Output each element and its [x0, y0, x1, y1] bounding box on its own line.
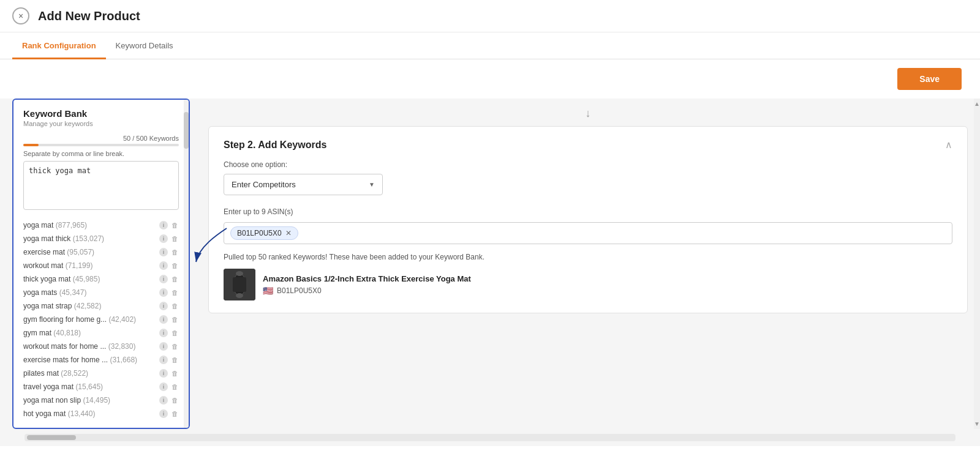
keyword-progress-bar	[23, 144, 179, 146]
delete-icon[interactable]: 🗑	[170, 288, 179, 297]
scroll-up-button[interactable]: ▲	[974, 99, 980, 109]
info-icon[interactable]: i	[159, 382, 168, 391]
info-icon[interactable]: i	[159, 342, 168, 351]
keyword-list-item: exercise mat (95,057) i 🗑	[13, 245, 189, 259]
delete-icon[interactable]: 🗑	[170, 261, 179, 270]
info-icon[interactable]: i	[159, 261, 168, 270]
keyword-count-bar: 50 / 500 Keywords	[13, 132, 189, 150]
delete-icon[interactable]: 🗑	[170, 302, 179, 310]
keyword-actions: i 🗑	[159, 234, 179, 243]
right-panel: ↓ Step 2. Add Keywords ∧ Choose one opti…	[208, 99, 980, 429]
keyword-name: yoga mat thick (153,027)	[23, 234, 159, 243]
keyword-actions: i 🗑	[159, 382, 179, 391]
keyword-count-text: 50 / 500 Keywords	[23, 135, 179, 142]
product-asin: B01LP0U5X0	[277, 286, 322, 295]
info-icon[interactable]: i	[159, 234, 168, 243]
product-result: Amazon Basics 1/2-Inch Extra Thick Exerc…	[224, 269, 952, 300]
keyword-actions: i 🗑	[159, 329, 179, 337]
product-image	[224, 269, 255, 300]
info-icon[interactable]: i	[159, 302, 168, 310]
save-button-container: Save	[0, 59, 980, 99]
keyword-actions: i 🗑	[159, 261, 179, 270]
keyword-name: exercise mats for home ... (31,668)	[23, 356, 159, 364]
keyword-name: yoga mat (877,965)	[23, 221, 159, 229]
step2-collapse-button[interactable]: ∧	[945, 139, 952, 151]
keyword-actions: i 🗑	[159, 315, 179, 324]
delete-icon[interactable]: 🗑	[170, 409, 179, 418]
delete-icon[interactable]: 🗑	[170, 275, 179, 283]
modal-header: × Add New Product	[0, 0, 980, 32]
keyword-list-item: travel yoga mat (15,645) i 🗑	[13, 380, 189, 394]
keyword-bank-subtitle: Manage your keywords	[23, 120, 179, 127]
info-icon[interactable]: i	[159, 275, 168, 283]
right-scrollbar[interactable]: ▲ ▼	[974, 99, 980, 429]
svg-rect-5	[233, 277, 246, 292]
info-icon[interactable]: i	[159, 221, 168, 229]
delete-icon[interactable]: 🗑	[170, 221, 179, 229]
delete-icon[interactable]: 🗑	[170, 329, 179, 337]
bottom-scrollbar[interactable]	[24, 434, 956, 441]
asin-input-row[interactable]: B01LP0U5X0 ✕	[224, 222, 952, 244]
info-icon[interactable]: i	[159, 329, 168, 337]
delete-icon[interactable]: 🗑	[170, 382, 179, 391]
tab-rank-configuration[interactable]: Rank Configuration	[12, 32, 106, 59]
info-icon[interactable]: i	[159, 248, 168, 256]
enter-competitors-dropdown[interactable]: Enter Competitors ▼	[224, 174, 383, 195]
keyword-bank-panel: Keyword Bank Manage your keywords 50 / 5…	[12, 99, 190, 429]
delete-icon[interactable]: 🗑	[170, 342, 179, 351]
info-icon[interactable]: i	[159, 356, 168, 364]
svg-point-3	[236, 271, 243, 276]
delete-icon[interactable]: 🗑	[170, 234, 179, 243]
delete-icon[interactable]: 🗑	[170, 356, 179, 364]
keyword-name: travel yoga mat (15,645)	[23, 382, 159, 391]
keyword-textarea[interactable]: thick yoga mat	[23, 161, 179, 210]
keyword-list-item: yoga mats (45,347) i 🗑	[13, 286, 189, 299]
info-icon[interactable]: i	[159, 315, 168, 324]
keyword-progress-fill	[23, 144, 39, 146]
modal-title: Add New Product	[38, 9, 140, 23]
step2-title: Step 2. Add Keywords	[224, 140, 326, 151]
keyword-list-item: yoga mat strap (42,582) i 🗑	[13, 299, 189, 313]
keyword-bank-title: Keyword Bank	[23, 108, 179, 119]
tabs-bar: Rank Configuration Keyword Details	[0, 32, 980, 59]
keyword-list-item: workout mats for home ... (32,830) i 🗑	[13, 340, 189, 353]
step2-card: Step 2. Add Keywords ∧ Choose one option…	[208, 126, 968, 313]
success-message-container: Pulled top 50 ranked Keywords! These hav…	[224, 253, 952, 300]
delete-icon[interactable]: 🗑	[170, 396, 179, 405]
keyword-list-item: gym flooring for home g... (42,402) i 🗑	[13, 313, 189, 326]
info-icon[interactable]: i	[159, 396, 168, 405]
keyword-list-item: thick yoga mat (45,985) i 🗑	[13, 272, 189, 286]
keyword-actions: i 🗑	[159, 248, 179, 256]
asin-tag-remove-button[interactable]: ✕	[285, 229, 292, 237]
info-icon[interactable]: i	[159, 369, 168, 378]
keyword-list-item: workout mat (71,199) i 🗑	[13, 259, 189, 272]
product-asin-row: 🇺🇸 B01LP0U5X0	[263, 286, 471, 296]
close-button[interactable]: ×	[12, 7, 29, 24]
main-content: Keyword Bank Manage your keywords 50 / 5…	[0, 99, 980, 429]
asin-label: Enter up to 9 ASIN(s)	[224, 207, 952, 216]
keyword-list-item: hot yoga mat (13,440) i 🗑	[13, 407, 189, 420]
keyword-actions: i 🗑	[159, 221, 179, 229]
keyword-list: yoga mat (877,965) i 🗑 yoga mat thick (1…	[13, 216, 189, 428]
scroll-down-button[interactable]: ▼	[974, 419, 980, 429]
info-icon[interactable]: i	[159, 409, 168, 418]
modal-overlay: × Add New Product Rank Configuration Key…	[0, 0, 980, 470]
delete-icon[interactable]: 🗑	[170, 369, 179, 378]
keyword-name: yoga mats (45,347)	[23, 288, 159, 297]
keyword-name: yoga mat strap (42,582)	[23, 302, 159, 310]
success-text: Pulled top 50 ranked Keywords! These hav…	[224, 253, 952, 261]
product-info: Amazon Basics 1/2-Inch Extra Thick Exerc…	[263, 274, 471, 296]
step2-card-header: Step 2. Add Keywords ∧	[224, 139, 952, 151]
info-icon[interactable]: i	[159, 288, 168, 297]
tab-keyword-details[interactable]: Keyword Details	[106, 32, 183, 59]
keyword-actions: i 🗑	[159, 409, 179, 418]
chevron-down-icon: ▼	[369, 181, 375, 188]
delete-icon[interactable]: 🗑	[170, 315, 179, 324]
keyword-name: yoga mat non slip (14,495)	[23, 396, 159, 405]
delete-icon[interactable]: 🗑	[170, 248, 179, 256]
annotation-arrow	[187, 222, 236, 271]
save-button[interactable]: Save	[897, 68, 962, 90]
keyword-list-item: gym mat (40,818) i 🗑	[13, 326, 189, 340]
flag-icon: 🇺🇸	[263, 286, 273, 296]
keyword-name: workout mats for home ... (32,830)	[23, 342, 159, 351]
